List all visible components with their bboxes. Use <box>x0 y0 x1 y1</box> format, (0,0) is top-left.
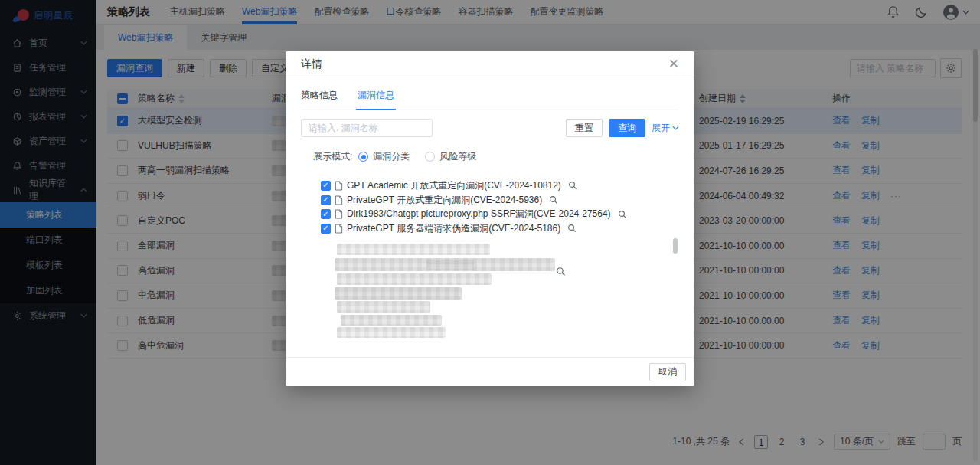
vuln-item[interactable]: Dirk1983/Chatgpt pictureproxy.php SSRF漏洞… <box>321 207 694 221</box>
query-button[interactable]: 查询 <box>609 119 645 137</box>
modal-footer: 取消 <box>286 357 694 386</box>
reset-button[interactable]: 重置 <box>566 119 603 137</box>
vuln-checkbox[interactable] <box>321 209 331 219</box>
radio-label: 漏洞分类 <box>373 150 410 163</box>
vuln-item[interactable]: GPT Academic 开放式重定向漏洞(CVE-2024-10812) <box>321 178 694 193</box>
vuln-item[interactable]: PrivateGPT 服务器端请求伪造漏洞(CVE-2024-5186) <box>321 221 694 236</box>
tab-vuln-info[interactable]: 漏洞信息 <box>358 89 394 110</box>
modal-tabbar: 策略信息 漏洞信息 <box>301 89 679 110</box>
vuln-checkbox[interactable] <box>321 224 331 234</box>
vuln-label: PrivateGPT 开放式重定向漏洞(CVE-2024-5936) <box>347 194 542 207</box>
vuln-label: GPT Academic 开放式重定向漏洞(CVE-2024-10812) <box>347 179 561 192</box>
vuln-item[interactable]: PrivateGPT 开放式重定向漏洞(CVE-2024-5936) <box>321 193 694 208</box>
cancel-button[interactable]: 取消 <box>649 363 686 381</box>
radio-icon <box>358 152 368 162</box>
redacted-content <box>335 241 580 339</box>
app-window: 启明星辰 首页 任务管理 监测管理 报表管理 资产管理 告警管理 <box>0 0 980 465</box>
expand-label: 展开 <box>652 122 670 135</box>
vuln-label: PrivateGPT 服务器端请求伪造漏洞(CVE-2024-5186) <box>347 222 560 235</box>
document-icon <box>335 195 343 205</box>
document-icon <box>335 181 343 191</box>
search-icon[interactable] <box>618 210 627 219</box>
search-icon[interactable] <box>549 195 558 205</box>
modal-filter-row: 重置 查询 展开 <box>301 119 679 137</box>
modal-header: 详情 ✕ <box>286 51 694 77</box>
vuln-label: Dirk1983/Chatgpt pictureproxy.php SSRF漏洞… <box>347 208 611 221</box>
tab-policy-info[interactable]: 策略信息 <box>301 89 338 110</box>
vuln-checklist: GPT Academic 开放式重定向漏洞(CVE-2024-10812) Pr… <box>321 178 694 236</box>
chevron-down-icon <box>672 126 679 130</box>
display-mode-label: 展示模式: <box>313 150 352 163</box>
radio-icon <box>425 152 435 162</box>
radio-vuln-category[interactable]: 漏洞分类 <box>358 150 410 163</box>
radio-risk-level[interactable]: 风险等级 <box>425 150 476 163</box>
display-mode-group: 展示模式: 漏洞分类 风险等级 <box>313 150 679 163</box>
modal-title: 详情 <box>301 57 322 71</box>
radio-label: 风险等级 <box>439 150 476 163</box>
expand-toggle[interactable]: 展开 <box>652 122 679 135</box>
document-icon <box>335 209 343 219</box>
details-modal: 详情 ✕ 策略信息 漏洞信息 重置 查询 展开 展示模式: 漏洞分类 <box>286 51 694 386</box>
vuln-checkbox[interactable] <box>321 195 331 205</box>
modal-scrollbar-thumb[interactable] <box>673 238 678 254</box>
vuln-checkbox[interactable] <box>321 181 331 191</box>
search-icon[interactable] <box>568 181 577 190</box>
close-icon[interactable]: ✕ <box>668 57 679 70</box>
search-icon[interactable] <box>567 224 577 233</box>
vuln-name-input[interactable] <box>301 119 433 137</box>
search-icon[interactable] <box>556 267 566 277</box>
document-icon <box>335 224 343 234</box>
